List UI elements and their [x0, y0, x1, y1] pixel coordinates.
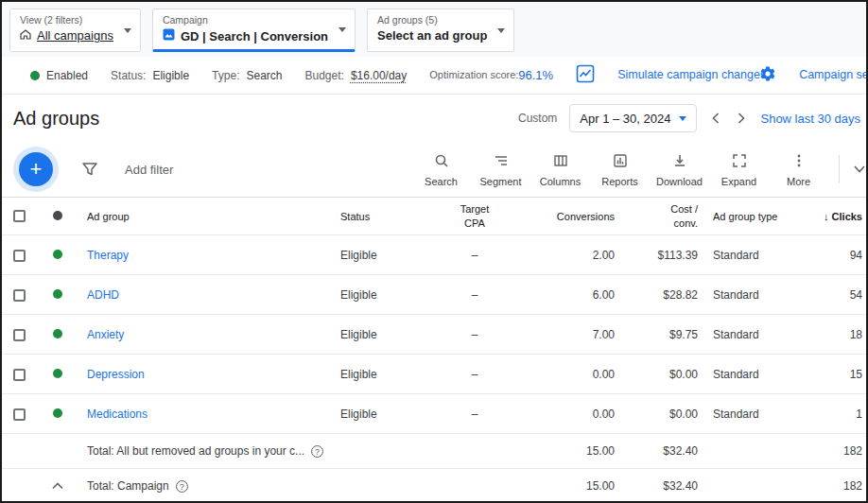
gear-icon[interactable] — [759, 65, 776, 85]
table-row: Medications Eligible – 0.00 $0.00 Standa… — [2, 394, 868, 434]
row-checkbox[interactable] — [13, 408, 26, 421]
budget-label: Budget: — [305, 69, 344, 82]
ad-group-selector[interactable]: Ad groups (5) Select an ad group — [367, 9, 514, 52]
more-action[interactable]: More — [772, 151, 825, 187]
view-selector[interactable]: View (2 filters) All campaigns — [9, 9, 141, 52]
conversions-cell: 6.00 — [522, 275, 622, 315]
status-value: Eligible — [152, 69, 189, 82]
toolbar-actions: Search Segment Columns Reports Download … — [414, 151, 866, 187]
campaign-status-bar: Enabled Status: Eligible Type: Search Bu… — [2, 57, 866, 95]
enabled-dot-icon — [30, 71, 40, 80]
columns-action[interactable]: Columns — [533, 151, 587, 187]
status-dot — [53, 250, 62, 259]
col-header-status[interactable]: Status — [333, 198, 427, 235]
search-action[interactable]: Search — [414, 151, 468, 187]
select-all-checkbox[interactable] — [13, 210, 26, 222]
cost-conv-cell: $0.00 — [622, 355, 705, 394]
status-cell: Eligible — [333, 355, 427, 394]
plus-icon: + — [30, 157, 43, 182]
campaign-status: Status: Eligible — [111, 69, 189, 82]
toolbar-divider — [839, 155, 840, 183]
simulate-campaign-changes-link[interactable]: Simulate campaign changes — [617, 67, 737, 83]
clicks-cell: 15 — [794, 355, 868, 394]
table-row: Depression Eligible – 0.00 $0.00 Standar… — [2, 355, 868, 394]
ad-group-link[interactable]: ADHD — [87, 288, 119, 302]
total-row-campaign: Total: Campaign? 15.00 $32.40 182 — [2, 469, 868, 503]
cost-conv-cell: $0.00 — [622, 394, 705, 434]
campaign-budget[interactable]: Budget: $16.00/day — [305, 69, 408, 82]
help-icon[interactable]: ? — [311, 445, 323, 458]
conversions-cell: 0.00 — [522, 394, 622, 434]
total-conversions-cell: 15.00 — [522, 469, 622, 503]
col-header-target-cpa[interactable]: Target CPA — [427, 198, 522, 235]
status-filter-dot[interactable] — [53, 211, 62, 220]
clicks-cell: 54 — [794, 275, 868, 315]
enabled-label: Enabled — [46, 69, 88, 82]
table-row: ADHD Eligible – 6.00 $28.82 Standard 54 — [2, 275, 868, 315]
app-window: View (2 filters) All campaigns Campaign … — [0, 0, 868, 503]
view-selector-value: All campaigns — [37, 28, 113, 43]
reports-action[interactable]: Reports — [593, 151, 647, 187]
row-checkbox[interactable] — [13, 289, 26, 302]
page-header: Ad groups Custom Apr 1 – 30, 2024 Show l… — [2, 95, 866, 142]
download-icon — [672, 153, 687, 172]
col-header-conversions[interactable]: Conversions — [522, 198, 622, 235]
add-button[interactable]: + — [19, 152, 53, 186]
target-cpa-cell: – — [427, 394, 522, 434]
date-mode-label: Custom — [518, 112, 557, 125]
clicks-cell: 18 — [794, 315, 868, 355]
page-title: Ad groups — [13, 108, 99, 130]
status-cell: Eligible — [333, 394, 427, 434]
status-dot — [53, 369, 62, 378]
total-clicks-cell: 182 — [794, 469, 868, 503]
sort-desc-icon: ↓ — [824, 211, 829, 222]
campaign-selector[interactable]: Campaign GD | Search | Conversion — [152, 9, 356, 52]
col-header-ad-group[interactable]: Ad group — [79, 198, 333, 235]
table-toolbar: + Add filter Search Segment Columns Repo… — [2, 142, 866, 197]
reports-icon — [613, 153, 628, 172]
filter-funnel-icon[interactable] — [81, 162, 98, 177]
help-icon[interactable]: ? — [176, 480, 188, 493]
chevron-down-icon — [339, 27, 346, 32]
target-cpa-cell: – — [427, 275, 522, 315]
target-cpa-cell: – — [427, 355, 522, 394]
enabled-status[interactable]: Enabled — [30, 69, 88, 82]
expand-action[interactable]: Expand — [712, 151, 766, 187]
row-checkbox[interactable] — [13, 250, 26, 262]
optimization-score-value: 96.1% — [518, 68, 553, 82]
total-label: Total: Campaign — [87, 479, 169, 493]
campaign-settings-link[interactable]: Campaign settings — [799, 67, 861, 83]
row-checkbox[interactable] — [13, 329, 26, 341]
row-checkbox[interactable] — [13, 369, 26, 381]
columns-icon — [553, 153, 568, 172]
download-action[interactable]: Download — [652, 151, 706, 187]
col-header-ad-group-type[interactable]: Ad group type — [705, 198, 794, 235]
status-cell: Eligible — [333, 275, 427, 315]
ad-group-link[interactable]: Anxiety — [87, 328, 124, 341]
target-cpa-cell: – — [427, 315, 522, 355]
ad-group-link[interactable]: Medications — [87, 408, 148, 421]
ad-group-link[interactable]: Therapy — [87, 249, 129, 262]
next-period-button[interactable] — [735, 110, 748, 127]
date-range-picker[interactable]: Apr 1 – 30, 2024 — [569, 104, 697, 132]
clicks-cell: 1 — [794, 394, 868, 434]
table-row: Therapy Eligible – 2.00 $113.39 Standard… — [2, 235, 868, 275]
chevron-down-icon[interactable] — [853, 161, 866, 178]
col-header-cost-conv[interactable]: Cost / conv. — [622, 198, 705, 235]
total-label: Total: All but removed ad groups in your… — [87, 444, 304, 458]
total-conversions-cell: 15.00 — [522, 434, 622, 469]
previous-period-button[interactable] — [709, 110, 722, 127]
table-header-row: Ad group Status Target CPA Conversions C… — [2, 198, 868, 235]
chevron-down-icon — [124, 28, 131, 33]
ad-group-type-cell: Standard — [705, 315, 794, 355]
add-filter-label[interactable]: Add filter — [125, 163, 173, 177]
status-dot — [53, 329, 62, 338]
show-last-30-days-link[interactable]: Show last 30 days — [760, 112, 860, 126]
conversions-cell: 0.00 — [522, 355, 622, 394]
col-header-clicks[interactable]: ↓ Clicks — [794, 198, 868, 235]
ad-group-link[interactable]: Depression — [87, 368, 145, 381]
more-icon — [791, 153, 807, 172]
chevron-up-icon[interactable] — [52, 479, 63, 493]
performance-chart-icon[interactable] — [576, 64, 595, 86]
segment-action[interactable]: Segment — [474, 151, 528, 187]
